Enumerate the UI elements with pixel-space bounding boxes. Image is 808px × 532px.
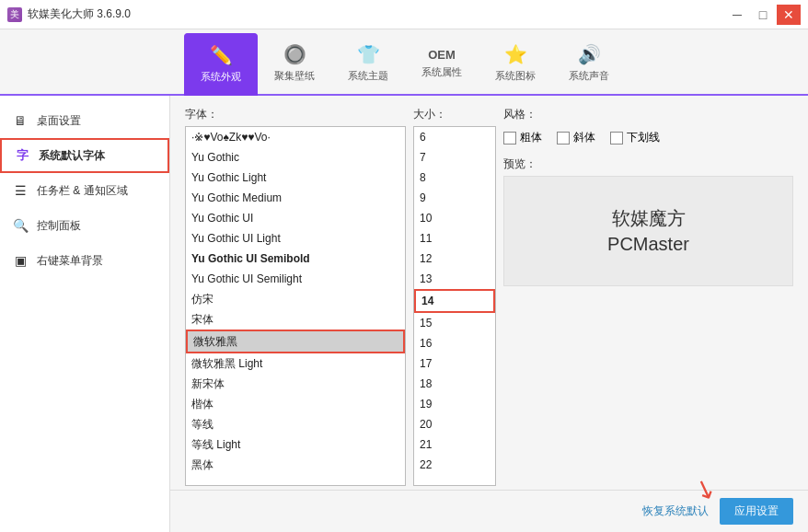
font-list-item[interactable]: Yu Gothic UI Semilight	[186, 269, 405, 289]
font-section-label: 字体：	[185, 107, 406, 122]
font-list-item[interactable]: 楷体	[186, 394, 405, 414]
size-list-item[interactable]: 22	[414, 455, 495, 475]
style-column: 风格： 粗体 斜体 下划线	[503, 107, 793, 486]
italic-checkbox[interactable]: 斜体	[557, 130, 595, 145]
size-list-item[interactable]: 18	[414, 374, 495, 394]
tab-icons[interactable]: ⭐ 系统图标	[479, 31, 552, 94]
font-list-item[interactable]: 宋体	[186, 309, 405, 330]
reset-button[interactable]: 恢复系统默认	[642, 503, 709, 519]
size-list-item[interactable]: 10	[414, 208, 495, 228]
font-icon: 字	[13, 146, 31, 165]
preview-label: 预览：	[503, 156, 793, 172]
tab-icons-label: 系统图标	[495, 69, 536, 83]
window-controls: ─ □ ✕	[725, 5, 801, 25]
font-list-item[interactable]: 等线 Light	[186, 434, 405, 455]
font-list-item[interactable]: Yu Gothic Medium	[186, 188, 405, 208]
sidebar-item-taskbar-label: 任务栏 & 通知区域	[37, 183, 128, 199]
font-list-item[interactable]: ·※♥Vo♠Zk♥♥Vo·	[186, 127, 405, 147]
minimize-button[interactable]: ─	[725, 5, 749, 25]
tab-wallpaper-icon: 🔘	[283, 43, 306, 65]
sidebar-item-context[interactable]: ▣ 右键菜单背景	[0, 243, 169, 278]
style-section-label: 风格：	[503, 107, 793, 122]
size-list-item[interactable]: 19	[414, 394, 495, 414]
apply-button[interactable]: 应用设置	[720, 498, 793, 525]
font-list-item[interactable]: 仿宋	[186, 289, 405, 309]
size-list-item[interactable]: 15	[414, 313, 495, 333]
sidebar-item-font[interactable]: 字 系统默认字体	[0, 138, 169, 173]
tab-system-appearance-label: 系统外观	[201, 70, 241, 84]
tab-system-appearance-icon: ✏️	[210, 44, 233, 66]
font-list-item[interactable]: Yu Gothic UI	[186, 208, 405, 228]
tab-theme[interactable]: 👕 系统主题	[331, 31, 405, 94]
sidebar: 🖥 桌面设置 字 系统默认字体 ☰ 任务栏 & 通知区域 🔍 控制面板 ▣ 右键…	[0, 96, 170, 532]
size-list-item[interactable]: 7	[414, 147, 495, 168]
font-list-item[interactable]: 黑体	[186, 455, 405, 475]
content-area: 字体： ·※♥Vo♠Zk♥♥Vo·Yu GothicYu Gothic Ligh…	[170, 96, 808, 490]
font-list-item[interactable]: 微软雅黑 Light	[186, 353, 405, 374]
font-list-item[interactable]: Yu Gothic UI Semibold	[186, 249, 405, 269]
tab-properties-label: 系统属性	[421, 65, 462, 79]
desktop-icon: 🖥	[11, 111, 29, 130]
bold-checkbox[interactable]: 粗体	[503, 130, 542, 145]
tab-sound-icon: 🔊	[578, 43, 601, 65]
tab-properties[interactable]: OEM 系统属性	[405, 31, 479, 94]
tab-properties-icon: OEM	[428, 48, 456, 62]
underline-checkbox-box	[610, 132, 623, 145]
sidebar-item-taskbar[interactable]: ☰ 任务栏 & 通知区域	[0, 173, 169, 208]
size-list-item[interactable]: 12	[414, 249, 495, 269]
preview-content: 软媒魔方 PCMaster	[607, 205, 689, 257]
size-list-item[interactable]: 17	[414, 353, 495, 374]
sidebar-item-control-label: 控制面板	[37, 218, 81, 234]
bold-checkbox-box	[503, 132, 516, 145]
size-list-item[interactable]: 8	[414, 168, 495, 188]
sidebar-item-context-label: 右键菜单背景	[37, 253, 103, 269]
title-bar: 美 软媒美化大师 3.6.9.0 ─ □ ✕	[0, 0, 808, 29]
font-list-item[interactable]: 等线	[186, 414, 405, 434]
tab-sound-label: 系统声音	[569, 69, 609, 83]
app-title: 软媒美化大师 3.6.9.0	[28, 6, 725, 22]
maximize-button[interactable]: □	[751, 5, 775, 25]
size-column: 大小： 678910111213141516171819202122	[413, 107, 496, 486]
size-list-item[interactable]: 21	[414, 434, 495, 455]
main-layout: 🖥 桌面设置 字 系统默认字体 ☰ 任务栏 & 通知区域 🔍 控制面板 ▣ 右键…	[0, 96, 808, 532]
preview-text2: PCMaster	[607, 231, 689, 257]
size-list-item[interactable]: 6	[414, 127, 495, 147]
columns-row: 字体： ·※♥Vo♠Zk♥♥Vo·Yu GothicYu Gothic Ligh…	[185, 107, 793, 486]
size-list-item[interactable]: 20	[414, 414, 495, 434]
font-list-item[interactable]: Yu Gothic Light	[186, 168, 405, 188]
context-icon: ▣	[11, 251, 29, 270]
tab-icons-icon: ⭐	[504, 43, 527, 65]
size-section-label: 大小：	[413, 107, 496, 122]
underline-label: 下划线	[627, 130, 660, 145]
tab-wallpaper[interactable]: 🔘 聚集壁纸	[258, 31, 331, 94]
font-list[interactable]: ·※♥Vo♠Zk♥♥Vo·Yu GothicYu Gothic LightYu …	[185, 126, 406, 486]
bottom-bar: ↘ 恢复系统默认 应用设置	[170, 490, 808, 532]
size-list-item[interactable]: 9	[414, 188, 495, 208]
sidebar-item-control[interactable]: 🔍 控制面板	[0, 208, 169, 243]
sidebar-item-desktop-label: 桌面设置	[37, 113, 81, 129]
size-list-item[interactable]: 14	[414, 289, 495, 313]
size-list-item[interactable]: 11	[414, 228, 495, 249]
tab-navigation: ✏️ 系统外观 🔘 聚集壁纸 👕 系统主题 OEM 系统属性 ⭐ 系统图标 🔊 …	[0, 29, 808, 96]
font-list-item[interactable]: 新宋体	[186, 374, 405, 394]
style-checkboxes: 粗体 斜体 下划线	[503, 130, 793, 145]
tab-sound[interactable]: 🔊 系统声音	[552, 31, 626, 94]
sidebar-item-font-label: 系统默认字体	[39, 148, 105, 164]
font-column: 字体： ·※♥Vo♠Zk♥♥Vo·Yu GothicYu Gothic Ligh…	[185, 107, 406, 486]
font-list-item[interactable]: Yu Gothic	[186, 147, 405, 168]
font-list-item[interactable]: 微软雅黑	[186, 330, 405, 353]
tab-theme-icon: 👕	[357, 43, 380, 65]
size-list-item[interactable]: 16	[414, 333, 495, 353]
underline-checkbox[interactable]: 下划线	[610, 130, 660, 145]
tab-system-appearance[interactable]: ✏️ 系统外观	[184, 33, 258, 96]
bold-label: 粗体	[520, 130, 542, 145]
font-list-item[interactable]: Yu Gothic UI Light	[186, 228, 405, 249]
sidebar-item-desktop[interactable]: 🖥 桌面设置	[0, 103, 169, 138]
italic-checkbox-box	[557, 132, 570, 145]
preview-area: 预览： 软媒魔方 PCMaster	[503, 156, 793, 286]
taskbar-icon: ☰	[11, 181, 29, 200]
size-list-item[interactable]: 13	[414, 269, 495, 289]
control-icon: 🔍	[11, 216, 29, 235]
size-list[interactable]: 678910111213141516171819202122	[413, 126, 496, 486]
close-button[interactable]: ✕	[777, 5, 801, 25]
